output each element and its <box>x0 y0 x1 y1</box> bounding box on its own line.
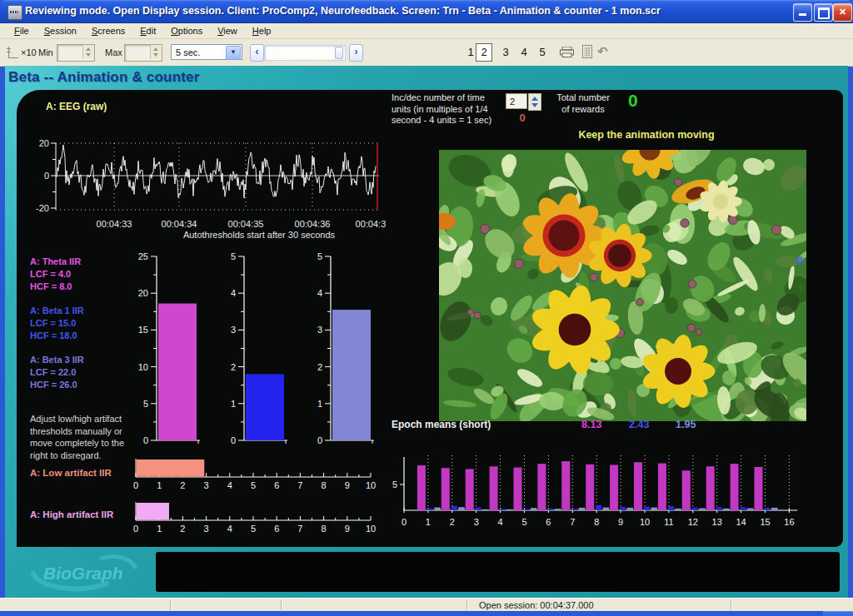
menu-item-help[interactable]: Help <box>245 24 279 37</box>
svg-text:8: 8 <box>322 480 327 490</box>
svg-text:1: 1 <box>157 480 162 490</box>
min-spinner[interactable] <box>82 45 94 59</box>
eeg-channel-label: A: EEG (raw) <box>46 101 107 112</box>
svg-text:0: 0 <box>44 171 49 181</box>
menu-item-edit[interactable]: Edit <box>132 24 163 37</box>
svg-text:6: 6 <box>274 524 279 534</box>
max-spinner[interactable] <box>150 45 162 59</box>
svg-text:3: 3 <box>231 325 236 335</box>
svg-text:4: 4 <box>231 288 236 298</box>
min-input[interactable] <box>57 44 95 62</box>
animation-image <box>439 150 806 421</box>
low-artifact-label: A: Low artifact IIR <box>30 468 133 478</box>
interval-dropdown[interactable]: 5 sec. ▼ <box>171 44 242 60</box>
channel-text: LCF = 22.0 <box>30 366 133 379</box>
page-button-4[interactable]: 4 <box>516 46 531 58</box>
channel-text: A: Beta 1 IIR <box>30 305 133 317</box>
epoch-mean-value: 2.43 <box>629 419 649 430</box>
menu-item-screens[interactable]: Screens <box>84 24 132 37</box>
svg-text:10: 10 <box>366 480 376 490</box>
menu-item-view[interactable]: View <box>210 24 245 37</box>
svg-text:5: 5 <box>392 479 397 489</box>
scroll-left-button[interactable]: ‹ <box>250 44 264 62</box>
svg-text:00:04:34: 00:04:34 <box>162 219 197 229</box>
channel-text: LCF = 15.0 <box>30 317 133 330</box>
svg-text:4: 4 <box>227 480 232 490</box>
svg-text:0: 0 <box>231 435 236 445</box>
svg-text:00:04:33: 00:04:33 <box>97 219 132 229</box>
svg-text:3: 3 <box>204 524 209 534</box>
svg-text:4: 4 <box>317 288 322 298</box>
high-artifact-label: A: High artifact IIR <box>30 509 133 519</box>
svg-text:4: 4 <box>498 517 503 527</box>
svg-text:1: 1 <box>317 399 322 409</box>
eeg-raw-chart: 200-2000:04:3300:04:3400:04:3500:04:3600… <box>32 137 386 241</box>
svg-text:6: 6 <box>274 480 279 490</box>
svg-text:15: 15 <box>138 325 148 335</box>
svg-text:00:04:37: 00:04:37 <box>356 219 386 229</box>
max-input[interactable] <box>124 44 162 62</box>
page-button-2[interactable]: 2 <box>476 43 492 62</box>
svg-text:13: 13 <box>712 517 722 527</box>
scrollbar-thumb[interactable] <box>335 47 343 59</box>
menu-item-options[interactable]: Options <box>163 24 210 37</box>
x10-toggle[interactable]: ×10 <box>21 47 37 57</box>
printer-icon[interactable] <box>560 47 574 57</box>
svg-text:00:04:35: 00:04:35 <box>228 219 264 229</box>
units-input[interactable]: 2 <box>506 93 527 109</box>
scroll-right-button[interactable]: › <box>349 44 363 62</box>
app-icon <box>7 5 22 20</box>
svg-text:5: 5 <box>143 399 148 409</box>
min-label: Min <box>38 47 53 57</box>
svg-text:0: 0 <box>133 480 138 490</box>
high-artifact-bar: 012345678910 <box>125 497 383 539</box>
svg-text:BioGraph: BioGraph <box>43 564 123 583</box>
title-bar: Reviewing mode. Open Display session. Cl… <box>0 0 853 23</box>
autothreshold-note: Autothresholds start after 30 seconds <box>130 230 388 240</box>
undo-icon[interactable]: ↶ <box>597 44 608 59</box>
menu-item-file[interactable]: File <box>7 24 37 37</box>
status-bar: Open session: 00:04:37.000 <box>0 598 853 612</box>
timeline-scrollbar[interactable] <box>264 45 346 61</box>
epoch-means-label: Epoch means (short) <box>392 419 491 430</box>
taskbar-segment <box>823 611 853 616</box>
svg-text:14: 14 <box>736 517 746 527</box>
theta-gauge: 0510152025 <box>125 250 208 445</box>
report-icon[interactable] <box>582 45 592 58</box>
maximize-button[interactable] <box>814 3 833 22</box>
svg-text:0: 0 <box>317 435 322 445</box>
close-button[interactable]: ✕ <box>833 3 852 22</box>
epoch-mean-value: 8.13 <box>581 419 601 430</box>
chevron-down-icon[interactable]: ▼ <box>226 46 241 60</box>
svg-text:7: 7 <box>570 517 575 527</box>
svg-text:20: 20 <box>138 288 148 298</box>
svg-text:16: 16 <box>784 517 794 527</box>
svg-text:12: 12 <box>688 517 698 527</box>
page-button-3[interactable]: 3 <box>498 46 513 58</box>
svg-text:9: 9 <box>345 524 350 534</box>
svg-text:7: 7 <box>297 524 302 534</box>
svg-text:1: 1 <box>231 399 236 409</box>
session-time-status: Open session: 00:04:37.000 <box>479 600 594 610</box>
biograph-logo: BioGraph <box>22 550 151 592</box>
svg-text:15: 15 <box>760 517 770 527</box>
toolbar: ×10 Min Max 5 sec. ▼ ‹ › 12345 ↶ <box>0 39 853 67</box>
menu-item-session[interactable]: Session <box>37 24 84 37</box>
units-spinner[interactable] <box>528 93 541 111</box>
channel-text: A: Beta 3 IIR <box>30 354 133 366</box>
rewards-count: 0 <box>628 91 638 111</box>
channel-text: HCF = 8.0 <box>30 281 133 293</box>
screen-heading: Beta -- Animation & counter <box>8 69 200 86</box>
axis-scale-icon[interactable] <box>8 47 18 58</box>
svg-text:2: 2 <box>317 362 322 372</box>
low-artifact-bar: 012345678910 <box>125 454 383 495</box>
svg-text:5: 5 <box>317 251 322 261</box>
svg-text:5: 5 <box>251 524 256 534</box>
screen-content: Beta -- Animation & counter A: EEG (raw)… <box>5 66 848 598</box>
svg-text:25: 25 <box>138 251 148 261</box>
page-button-5[interactable]: 5 <box>535 46 550 58</box>
svg-text:11: 11 <box>664 517 673 527</box>
minimize-button[interactable] <box>793 3 812 22</box>
epoch-mean-value: 1.95 <box>676 419 696 430</box>
svg-text:8: 8 <box>322 524 327 534</box>
